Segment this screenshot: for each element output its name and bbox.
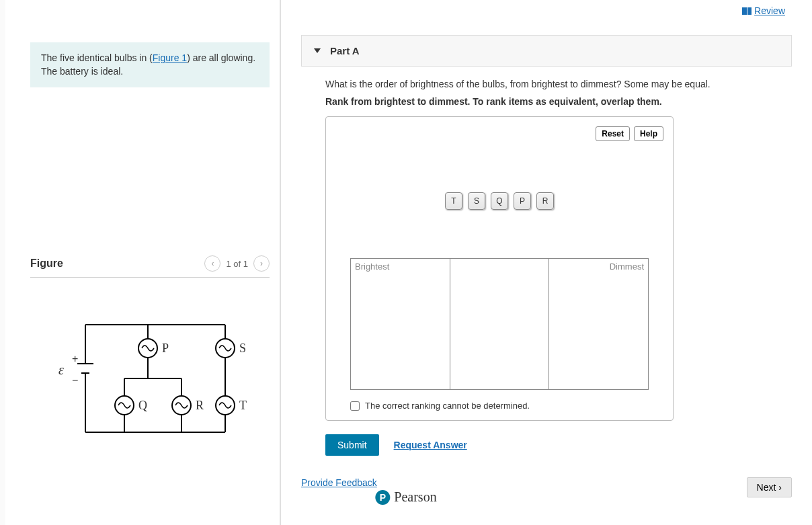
book-icon <box>742 7 752 15</box>
figure-prev-button[interactable]: ‹ <box>204 255 220 272</box>
chevron-right-icon: › <box>778 482 782 493</box>
bulb-label-P: P <box>162 341 169 356</box>
battery-minus: − <box>72 374 78 387</box>
part-header[interactable]: Part A <box>301 35 792 67</box>
drop-col-1[interactable] <box>351 259 450 389</box>
next-label: Next <box>757 482 776 493</box>
battery-plus: + <box>72 353 78 365</box>
drop-col-3[interactable] <box>549 259 648 389</box>
bulb-label-T: T <box>239 399 247 413</box>
figure-next-button[interactable]: › <box>253 255 270 272</box>
chip-P[interactable]: P <box>514 192 531 210</box>
undetermined-label: The correct ranking cannot be determined… <box>365 401 530 411</box>
drop-col-2[interactable] <box>450 259 550 389</box>
question-text: What is the order of brightness of the b… <box>325 79 792 89</box>
instruction-text: Rank from brightest to dimmest. To rank … <box>325 96 792 107</box>
request-answer-link[interactable]: Request Answer <box>394 440 467 450</box>
emf-label: ε <box>58 362 64 378</box>
figure-link[interactable]: Figure 1 <box>153 52 187 63</box>
chip-R[interactable]: R <box>536 192 554 210</box>
submit-button[interactable]: Submit <box>325 434 379 456</box>
next-button[interactable]: Next › <box>747 477 792 497</box>
chip-T[interactable]: T <box>445 192 462 210</box>
part-title: Part A <box>330 45 360 56</box>
reset-button[interactable]: Reset <box>596 126 630 141</box>
brightest-label: Brightest <box>355 261 389 272</box>
drop-zone[interactable]: Brightest Dimmest <box>350 258 649 390</box>
undetermined-checkbox[interactable] <box>350 401 360 411</box>
help-button[interactable]: Help <box>634 126 663 141</box>
dimmest-label: Dimmest <box>610 261 644 272</box>
review-link[interactable]: Review <box>742 5 785 16</box>
chip-S[interactable]: S <box>468 192 485 210</box>
figure-pager-text: 1 of 1 <box>226 259 248 269</box>
pearson-brand: P Pearson <box>375 489 436 505</box>
ranking-widget: Reset Help T S Q P R Brightest Dimmest T… <box>325 116 674 421</box>
chip-Q[interactable]: Q <box>491 192 508 210</box>
circuit-diagram: + − ε P S Q R T <box>50 305 252 452</box>
figure-title: Figure <box>30 257 63 270</box>
pearson-text: Pearson <box>394 489 436 505</box>
intro-text-pre: The five identical bulbs in ( <box>41 52 153 63</box>
bulb-label-S: S <box>239 341 246 356</box>
bulb-label-Q: Q <box>138 399 147 413</box>
caret-down-icon <box>314 48 321 53</box>
provide-feedback-link[interactable]: Provide Feedback <box>301 477 377 488</box>
problem-intro: The five identical bulbs in (Figure 1) a… <box>30 42 270 87</box>
chips-area: T S Q P R <box>326 144 673 258</box>
pearson-logo-icon: P <box>375 490 390 505</box>
bulb-label-R: R <box>196 399 204 413</box>
review-text: Review <box>754 5 785 16</box>
